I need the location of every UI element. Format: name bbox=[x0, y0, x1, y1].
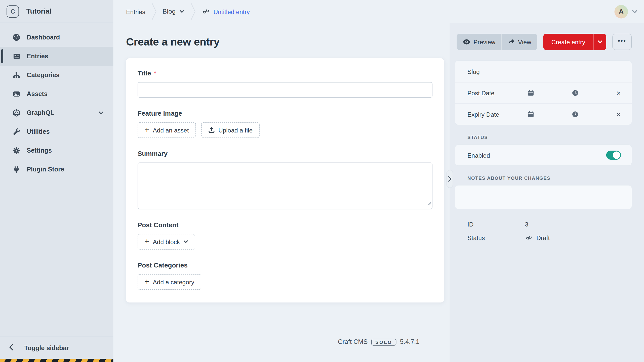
plus-icon: + bbox=[145, 278, 149, 285]
sidebar-item-entries[interactable]: Entries bbox=[0, 47, 113, 66]
summary-field bbox=[138, 163, 432, 209]
wrench-icon bbox=[12, 128, 20, 136]
id-row: ID 3 bbox=[455, 221, 632, 228]
summary-label: Summary bbox=[138, 150, 432, 158]
footer-product[interactable]: Craft CMS bbox=[338, 338, 368, 345]
sidebar-item-label: Settings bbox=[27, 147, 52, 154]
eye-icon bbox=[463, 39, 470, 45]
sidebar-item-categories[interactable]: Categories bbox=[0, 66, 113, 84]
title-field-label: Title * bbox=[138, 70, 432, 77]
content-area: Create a new entry Preview bbox=[113, 23, 644, 362]
id-label: ID bbox=[467, 221, 525, 228]
status-card: Enabled bbox=[455, 145, 632, 165]
toggle-knob bbox=[613, 151, 620, 159]
account-menu[interactable]: A bbox=[614, 0, 637, 23]
plus-icon: + bbox=[145, 237, 149, 245]
clear-post-date-button[interactable]: ✕ bbox=[616, 90, 621, 96]
sidebar-item-label: Categories bbox=[27, 71, 60, 79]
post-date-row: Post Date ✕ bbox=[455, 82, 632, 104]
calendar-icon[interactable] bbox=[527, 89, 534, 97]
status-value-group: Draft bbox=[525, 234, 550, 242]
craft-logo-icon[interactable]: C bbox=[7, 5, 19, 17]
toggle-sidebar-button[interactable]: Toggle sidebar bbox=[0, 337, 113, 359]
notes-textarea[interactable] bbox=[455, 186, 632, 209]
status-heading: STATUS bbox=[467, 135, 632, 140]
breadcrumb-section-dropdown[interactable]: Blog bbox=[163, 8, 184, 15]
environment-stripe bbox=[0, 359, 113, 362]
post-content-label-text: Post Content bbox=[138, 222, 179, 229]
sidebar-item-utilities[interactable]: Utilities bbox=[0, 122, 113, 141]
sidebar-item-label: Assets bbox=[27, 90, 48, 98]
add-block-label: Add block bbox=[153, 238, 180, 245]
app-root: C Tutorial Dashboard Entries Categorie bbox=[0, 0, 644, 362]
sidebar-item-label: Dashboard bbox=[27, 34, 60, 41]
newspaper-icon bbox=[12, 52, 20, 60]
clock-icon[interactable] bbox=[572, 89, 579, 97]
current-entry-link: Untitled entry bbox=[214, 8, 250, 15]
sidebar-item-dashboard[interactable]: Dashboard bbox=[0, 28, 113, 47]
status-row: Status Draft bbox=[455, 234, 632, 242]
breadcrumb-current-entry[interactable]: Untitled entry bbox=[202, 7, 250, 16]
topbar: Entries Blog Untitled entry A bbox=[113, 0, 644, 23]
title-input[interactable] bbox=[138, 82, 432, 98]
breadcrumb-entries[interactable]: Entries bbox=[126, 8, 145, 15]
breadcrumb-separator-icon bbox=[190, 3, 195, 21]
entry-form-card: Title * Feature Image + Add an asset bbox=[126, 58, 444, 302]
create-entry-label: Create entry bbox=[551, 38, 585, 46]
upload-icon bbox=[208, 127, 215, 133]
clock-icon[interactable] bbox=[572, 111, 579, 118]
expiry-date-label: Expiry Date bbox=[467, 111, 527, 118]
enabled-label: Enabled bbox=[467, 152, 490, 159]
calendar-icon[interactable] bbox=[527, 111, 534, 118]
chevron-down-icon bbox=[632, 10, 637, 13]
preview-button[interactable]: Preview bbox=[457, 34, 502, 50]
chevron-down-icon bbox=[99, 111, 104, 114]
view-button[interactable]: View bbox=[502, 34, 537, 50]
view-label: View bbox=[518, 38, 531, 46]
preview-view-group: Preview View bbox=[457, 34, 537, 50]
add-asset-button[interactable]: + Add an asset bbox=[138, 122, 196, 138]
create-entry-group: Create entry bbox=[544, 34, 606, 50]
clear-expiry-date-button[interactable]: ✕ bbox=[616, 111, 621, 118]
feature-image-actions: + Add an asset Upload a file bbox=[138, 122, 432, 138]
sidebar-item-assets[interactable]: Assets bbox=[0, 84, 113, 103]
enabled-toggle[interactable] bbox=[606, 151, 621, 160]
breadcrumb-separator-icon bbox=[151, 3, 156, 21]
details-panel: Slug Post Date ✕ bbox=[455, 61, 632, 248]
slug-label: Slug bbox=[467, 68, 527, 75]
sidebar-item-label: Utilities bbox=[27, 128, 50, 135]
sidebar-item-settings[interactable]: Settings bbox=[0, 141, 113, 160]
entry-meta-card: Slug Post Date ✕ bbox=[455, 61, 632, 125]
status-label: Status bbox=[467, 234, 525, 241]
sidebar-item-plugin-store[interactable]: Plugin Store bbox=[0, 160, 113, 179]
required-marker: * bbox=[154, 70, 156, 77]
image-icon bbox=[12, 90, 20, 98]
view-arrow-icon bbox=[508, 39, 515, 45]
preview-label: Preview bbox=[473, 38, 495, 46]
feature-image-label: Feature Image bbox=[138, 110, 432, 117]
summary-textarea[interactable] bbox=[138, 163, 432, 209]
graphql-icon bbox=[12, 109, 20, 117]
add-block-button[interactable]: + Add block bbox=[138, 234, 195, 250]
plug-icon bbox=[12, 165, 20, 174]
app-footer: Craft CMS SOLO 5.4.7.1 bbox=[113, 338, 644, 345]
post-categories-actions: + Add a category bbox=[138, 274, 432, 290]
slug-row[interactable]: Slug bbox=[455, 61, 632, 82]
chevron-down-icon bbox=[184, 240, 188, 243]
page-title: Create a new entry bbox=[126, 35, 220, 48]
create-entry-menu-button[interactable] bbox=[593, 34, 606, 50]
upload-file-button[interactable]: Upload a file bbox=[201, 122, 259, 138]
status-value: Draft bbox=[536, 234, 550, 241]
plus-icon: + bbox=[145, 126, 149, 133]
add-category-button[interactable]: + Add a category bbox=[138, 274, 201, 290]
post-content-actions: + Add block bbox=[138, 234, 432, 250]
gauge-icon bbox=[12, 33, 20, 41]
create-entry-button[interactable]: Create entry bbox=[544, 34, 593, 50]
page-header: Create a new entry Preview bbox=[126, 33, 632, 51]
sidebar-item-graphql[interactable]: GraphQL bbox=[0, 103, 113, 122]
sidebar-header: C Tutorial bbox=[0, 0, 113, 23]
toggle-sidebar-label: Toggle sidebar bbox=[24, 344, 69, 351]
more-actions-button[interactable]: ••• bbox=[612, 34, 632, 50]
collapse-details-button[interactable] bbox=[447, 170, 453, 188]
chevron-left-icon bbox=[9, 344, 13, 352]
